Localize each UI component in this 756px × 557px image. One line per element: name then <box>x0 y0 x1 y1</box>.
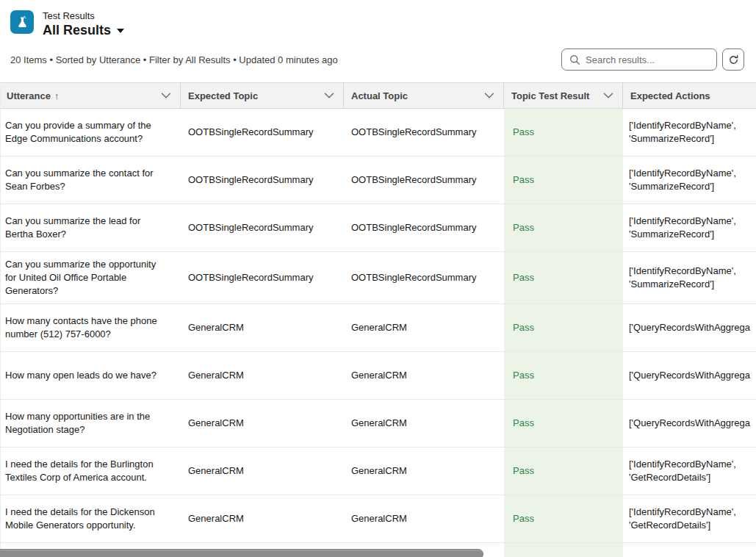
caret-down-icon <box>117 29 124 33</box>
column-label: Topic Test Result <box>511 90 589 101</box>
chevron-down-icon[interactable] <box>603 93 613 98</box>
cell-text: Pass <box>513 417 534 430</box>
cell-text: Pass <box>513 369 534 382</box>
column-label: Expected Actions <box>630 90 710 101</box>
expected-actions-cell: ['QueryRecordsWithAggrega <box>623 400 756 447</box>
cell-text: GeneralCRM <box>188 369 244 382</box>
search-box <box>561 48 717 71</box>
object-label: Test Results <box>43 10 124 21</box>
topic-test-result-cell: Pass <box>504 448 623 495</box>
cell-text: ['IdentifyRecordByName', 'SummarizeRecor… <box>629 167 756 193</box>
cell-text: GeneralCRM <box>351 321 407 334</box>
cell-text: ['IdentifyRecordByName', 'SummarizeRecor… <box>629 215 756 241</box>
expected-topic-cell: OOTBSingleRecordSummary <box>181 252 344 303</box>
actual-topic-cell: GeneralCRM <box>344 448 504 495</box>
expected-actions-cell: ['IdentifyRecordByName', 'GetRecordDetai… <box>623 448 756 495</box>
test-results-page: Test Results All Results 20 Items • Sort… <box>0 0 756 557</box>
actual-topic-cell: GeneralCRM <box>344 400 504 447</box>
cell-text: How many contacts have the phone number … <box>5 315 163 341</box>
table-header-row: Utterance ↑ Expected Topic Actual Topic <box>1 82 756 109</box>
cell-text: Pass <box>513 126 534 139</box>
expected-topic-cell: GeneralCRM <box>181 448 344 495</box>
table-row: How many opportunities are in the Negoti… <box>1 400 756 448</box>
utterance-cell: I need the details for the Dickenson Mob… <box>1 495 181 542</box>
cell-text: ['IdentifyRecordByName', 'GetRecordDetai… <box>629 458 756 484</box>
utterance-cell: Can you summarize the opportunity for Un… <box>1 252 181 303</box>
cell-text: Pass <box>513 221 534 234</box>
table-row: I need the details for the Dickenson Mob… <box>1 495 756 543</box>
cell-text: Can you provide a summary of the Edge Co… <box>5 119 163 145</box>
topic-test-result-cell: Pass <box>504 304 623 351</box>
expected-actions-cell: ['IdentifyRecordByName', 'SummarizeRecor… <box>623 109 756 156</box>
topic-test-result-cell: Pass <box>504 109 623 156</box>
cell-text: OOTBSingleRecordSummary <box>188 173 314 187</box>
expected-topic-cell: GeneralCRM <box>181 352 344 399</box>
cell-text: GeneralCRM <box>188 417 244 430</box>
cell-text: I need the details for the Burlington Te… <box>5 458 163 484</box>
column-header-expected-actions[interactable]: Expected Actions <box>623 83 756 108</box>
horizontal-scrollbar-thumb[interactable] <box>0 549 483 557</box>
expected-actions-cell: ['QueryRecordsWithAggrega <box>623 304 756 351</box>
topic-test-result-cell <box>504 543 623 557</box>
utterance-cell: Can you provide a summary of the Edge Co… <box>1 109 181 156</box>
table-row: How many contacts have the phone number … <box>1 304 756 352</box>
cell-text: Pass <box>513 321 534 334</box>
chevron-down-icon[interactable] <box>324 93 334 98</box>
column-label: Expected Topic <box>188 90 258 101</box>
expected-topic-cell: GeneralCRM <box>181 400 344 447</box>
cell-text: GeneralCRM <box>351 512 407 525</box>
expected-topic-cell: OOTBSingleRecordSummary <box>181 157 344 204</box>
actual-topic-cell: OOTBSingleRecordSummary <box>344 157 504 204</box>
list-view-header: Test Results All Results <box>0 0 756 41</box>
table-row: Can you summarize the lead for Bertha Bo… <box>1 204 756 252</box>
cell-text: OOTBSingleRecordSummary <box>188 271 314 284</box>
cell-text: GeneralCRM <box>351 464 407 478</box>
view-label: All Results <box>43 23 111 37</box>
column-header-expected-topic[interactable]: Expected Topic <box>181 83 344 108</box>
expected-topic-cell: GeneralCRM <box>181 304 344 351</box>
table-body: Can you provide a summary of the Edge Co… <box>1 109 756 557</box>
expected-actions-cell: ['IdentifyRecordByName', 'SummarizeRecor… <box>623 252 756 303</box>
results-table: Utterance ↑ Expected Topic Actual Topic <box>0 82 756 557</box>
actual-topic-cell: GeneralCRM <box>344 304 504 351</box>
column-header-topic-test-result[interactable]: Topic Test Result <box>504 83 623 108</box>
expected-topic-cell: OOTBSingleRecordSummary <box>181 109 344 156</box>
refresh-button[interactable] <box>722 48 744 71</box>
topic-test-result-cell: Pass <box>504 157 623 204</box>
column-header-utterance[interactable]: Utterance ↑ <box>1 83 181 108</box>
expected-actions-cell: ['IdentifyRecordByName', 'GetRecordDetai… <box>623 495 756 542</box>
list-status-text: 20 Items • Sorted by Utterance • Filter … <box>10 54 338 65</box>
expected-actions-cell: ['IdentifyRecordByName', 'SummarizeRecor… <box>623 157 756 204</box>
chevron-down-icon[interactable] <box>484 93 494 98</box>
cell-text: ['IdentifyRecordByName', 'SummarizeRecor… <box>629 265 756 291</box>
expected-topic-cell: OOTBSingleRecordSummary <box>181 204 344 251</box>
cell-text: Pass <box>513 173 534 187</box>
utterance-cell: I need the details for the Burlington Te… <box>1 448 181 495</box>
actual-topic-cell: OOTBSingleRecordSummary <box>344 204 504 251</box>
chevron-down-icon[interactable] <box>161 93 171 98</box>
utterance-cell: How many open leads do we have? <box>1 352 181 399</box>
cell-text: Pass <box>513 464 534 478</box>
cell-text: ['IdentifyRecordByName', 'SummarizeRecor… <box>629 119 756 145</box>
topic-test-result-cell: Pass <box>504 400 623 447</box>
sort-asc-icon: ↑ <box>54 90 60 101</box>
column-header-actual-topic[interactable]: Actual Topic <box>344 83 504 108</box>
cell-text: ['QueryRecordsWithAggrega <box>629 417 750 430</box>
topic-test-result-cell: Pass <box>504 495 623 542</box>
table-row: Can you summarize the opportunity for Un… <box>1 252 756 304</box>
cell-text: OOTBSingleRecordSummary <box>351 173 477 187</box>
cell-text: GeneralCRM <box>188 321 244 334</box>
expected-actions-cell: ['IdentifyRecordByName', <box>623 543 756 557</box>
cell-text: Pass <box>513 271 534 284</box>
search-input[interactable] <box>586 54 710 65</box>
cell-text: OOTBSingleRecordSummary <box>351 126 477 139</box>
column-label: Actual Topic <box>351 90 408 101</box>
cell-text: ['QueryRecordsWithAggrega <box>629 321 750 334</box>
search-icon <box>569 54 580 65</box>
list-view-selector[interactable]: All Results <box>43 23 124 37</box>
utterance-cell: How many contacts have the phone number … <box>1 304 181 351</box>
cell-text: GeneralCRM <box>351 369 407 382</box>
cell-text: Can you summarize the contact for Sean F… <box>5 167 163 193</box>
title-block: Test Results All Results <box>43 10 124 37</box>
cell-text: Pass <box>513 512 534 525</box>
